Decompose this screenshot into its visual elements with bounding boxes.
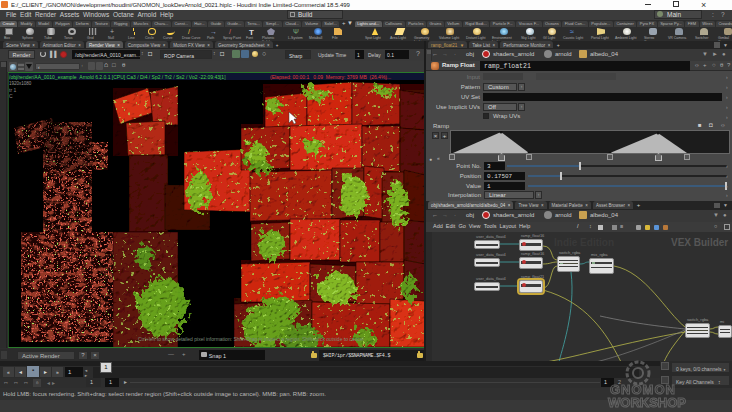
svg-text:WORKSHOP: WORKSHOP <box>608 395 686 410</box>
